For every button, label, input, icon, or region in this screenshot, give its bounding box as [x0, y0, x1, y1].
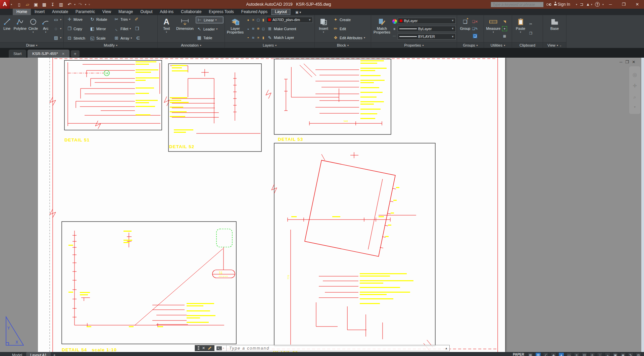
- table-button[interactable]: ▦Table: [196, 35, 224, 41]
- dynamic-ucs-icon[interactable]: ⊥: [597, 352, 603, 356]
- selection-cycling-icon[interactable]: ✛: [589, 352, 595, 356]
- explode-button[interactable]: ❒: [133, 25, 141, 32]
- layer-isolate-icon[interactable]: ☀: [251, 18, 255, 22]
- tab-output[interactable]: Output: [137, 9, 156, 15]
- cut-icon[interactable]: ✂: [529, 22, 533, 26]
- tab-parametric[interactable]: Parametric: [72, 9, 99, 15]
- print-icon[interactable]: ▥: [57, 1, 65, 8]
- isodraft-icon[interactable]: ◈: [551, 352, 556, 356]
- chevron-down-icon[interactable]: ▾: [45, 31, 46, 34]
- sign-in-button[interactable]: Sign In▾: [554, 2, 577, 7]
- object-snap-tracking-icon[interactable]: ⌖: [558, 352, 564, 356]
- hatch-tool-button[interactable]: ▨▾: [52, 35, 62, 41]
- layer-freeze-icon[interactable]: ▢: [256, 18, 260, 22]
- wrench-icon[interactable]: [208, 346, 212, 350]
- chevron-down-icon[interactable]: ▾: [634, 105, 636, 109]
- command-history-up-icon[interactable]: ▲: [443, 345, 449, 351]
- minimize-button[interactable]: ─: [604, 0, 617, 9]
- tab-annotate[interactable]: Annotate: [48, 9, 72, 15]
- tab-express-tools[interactable]: Express Tools: [205, 9, 237, 15]
- app-store-cart-icon[interactable]: ⊐: [580, 2, 583, 7]
- tab-manage[interactable]: Manage: [115, 9, 137, 15]
- group-selection-icon[interactable]: ❏: [473, 34, 477, 38]
- object-snap-icon[interactable]: ▭: [566, 352, 572, 356]
- match-properties-button[interactable]: Match Properties: [372, 16, 392, 42]
- array-button[interactable]: ⊞Array▾: [113, 35, 133, 41]
- layer-tool-icon[interactable]: ◒: [246, 26, 250, 31]
- line-button[interactable]: Line: [1, 16, 13, 42]
- polyline-button[interactable]: Polyline: [13, 16, 27, 42]
- tab-insert[interactable]: Insert: [31, 9, 48, 15]
- customize-qat-icon[interactable]: ▿: [89, 3, 90, 6]
- redo-icon[interactable]: ↷: [77, 1, 84, 8]
- tab-layout[interactable]: Layout: [271, 9, 291, 15]
- layer-tool-icon[interactable]: ◓: [246, 36, 250, 40]
- viewport-minimize-icon[interactable]: ─: [620, 60, 623, 64]
- id-point-icon[interactable]: ◥: [502, 19, 507, 24]
- chevron-down-icon[interactable]: ▾: [223, 347, 224, 350]
- layer-properties-button[interactable]: Layer Properties: [226, 16, 245, 42]
- lineweight-list-icon[interactable]: ≡: [392, 27, 397, 31]
- viewport-close-icon[interactable]: ✕: [632, 60, 635, 64]
- chevron-down-icon[interactable]: ▾: [33, 31, 34, 34]
- ellipse-tool-button[interactable]: ◌▾: [52, 25, 62, 32]
- chevron-down-icon[interactable]: ▾: [11, 3, 12, 6]
- make-current-button[interactable]: ≣Make Current: [266, 25, 297, 32]
- quick-calculator-icon[interactable]: ▦: [502, 34, 507, 38]
- chevron-down-icon[interactable]: ▾: [364, 36, 365, 39]
- group-edit-icon[interactable]: ❏✎: [473, 26, 477, 31]
- search-input[interactable]: [491, 2, 544, 7]
- grid-toggle-icon[interactable]: ▦: [528, 352, 533, 356]
- chevron-down-icon[interactable]: ▾: [215, 18, 217, 21]
- move-button[interactable]: ✛Move: [66, 16, 87, 22]
- model-tab[interactable]: Model: [8, 352, 26, 356]
- command-input[interactable]: [227, 345, 443, 351]
- layer-tool-icon[interactable]: ◻: [261, 26, 265, 31]
- panel-label-groups[interactable]: Groups▾: [457, 42, 484, 48]
- linear-dimension-button[interactable]: ⊢Linear▾: [196, 16, 224, 23]
- text-button[interactable]: A Text ▾: [159, 16, 174, 42]
- edit-attributes-button[interactable]: ❖Edit Attributes▾: [332, 35, 370, 41]
- copy-clip-icon[interactable]: ❐: [529, 31, 533, 36]
- layer-dropdown[interactable]: A070D_plan-dim ▼: [266, 17, 313, 23]
- close-icon[interactable]: ✕: [202, 346, 205, 350]
- zoom-extents-icon[interactable]: ⌕: [633, 94, 636, 100]
- drag-handle-icon[interactable]: [198, 346, 199, 350]
- match-layer-button[interactable]: ✎Match Layer: [266, 35, 295, 41]
- group-button[interactable]: ❏ Group: [458, 16, 472, 42]
- panel-label-layers[interactable]: Layers▾: [225, 42, 314, 48]
- color-wheel-icon[interactable]: [392, 19, 397, 24]
- undo-icon[interactable]: ↶: [66, 1, 73, 8]
- tab-collaborate[interactable]: Collaborate: [177, 9, 205, 15]
- ungroup-icon[interactable]: ❏✕: [473, 19, 477, 24]
- tab-home[interactable]: Home: [13, 9, 31, 15]
- layer-tool-icon[interactable]: ▮: [261, 36, 265, 40]
- panel-label-draw[interactable]: Draw▾: [0, 42, 63, 48]
- set-to-bylayer-button[interactable]: ∈: [134, 35, 142, 41]
- maximize-button[interactable]: ❐: [617, 0, 631, 9]
- panel-label-properties[interactable]: Properties▾: [371, 42, 457, 48]
- pin-icon[interactable]: ⌄: [559, 44, 562, 47]
- layer-lock-icon[interactable]: ▮: [261, 18, 265, 22]
- isolate-objects-icon[interactable]: ◍: [636, 352, 641, 356]
- transparency-toggle-icon[interactable]: ▤: [582, 352, 587, 356]
- linetype-dropdown[interactable]: BYLAYER▼: [398, 34, 456, 40]
- layer-tool-icon[interactable]: ≋: [251, 36, 255, 40]
- base-button[interactable]: Base: [547, 16, 562, 42]
- erase-button[interactable]: ✐: [133, 16, 140, 22]
- snap-toggle-icon[interactable]: ⊞: [535, 352, 541, 356]
- autocad-logo[interactable]: A: [0, 0, 10, 9]
- command-line-bar[interactable]: ✕ >_ ▾ ▲: [195, 345, 450, 351]
- linetype-list-icon[interactable]: ⋯: [392, 34, 397, 38]
- leader-button[interactable]: ↖Leader▾: [196, 26, 224, 32]
- lineweight-toggle-icon[interactable]: ≡: [574, 352, 580, 356]
- new-layout-button[interactable]: +: [51, 352, 58, 356]
- close-button[interactable]: ✕: [631, 0, 644, 9]
- annotation-scale-icon[interactable]: ▣: [612, 352, 618, 356]
- paper-space-badge[interactable]: PAPER: [511, 352, 526, 356]
- file-tab-start[interactable]: Start: [9, 50, 26, 58]
- save-icon[interactable]: ▣: [32, 1, 40, 8]
- layout-a1-tab[interactable]: Layout A1: [26, 352, 51, 356]
- search-icon[interactable]: [546, 3, 549, 6]
- new-drawing-tab-button[interactable]: +: [71, 50, 80, 57]
